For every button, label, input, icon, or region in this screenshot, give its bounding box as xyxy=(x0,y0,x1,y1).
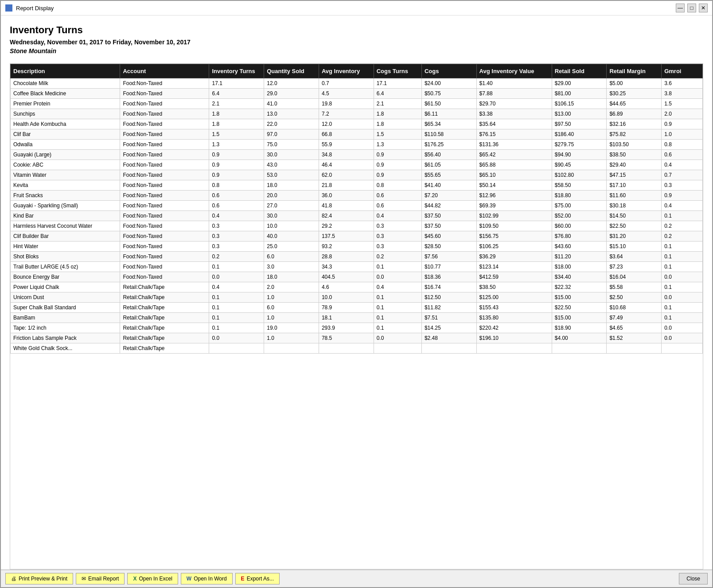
table-cell: 0.9 xyxy=(374,160,421,170)
table-cell: 6.0 xyxy=(264,303,319,313)
inventory-table: Description Account Inventory Turns Quan… xyxy=(10,64,703,354)
table-cell: 27.0 xyxy=(264,201,319,211)
content-area: Inventory Turns Wednesday, November 01, … xyxy=(1,16,712,569)
table-cell: 6.4 xyxy=(209,89,264,99)
word-icon: W xyxy=(187,576,191,582)
table-cell: 0.2 xyxy=(662,231,703,241)
table-cell: $16.04 xyxy=(607,272,662,282)
table-cell: $60.00 xyxy=(552,221,607,231)
table-cell: 1.0 xyxy=(662,129,703,140)
table-cell: $28.50 xyxy=(421,241,476,252)
table-cell: Friction Labs Sample Pack xyxy=(11,333,120,343)
table-cell: $5.58 xyxy=(607,282,662,292)
table-cell: 53.0 xyxy=(264,170,319,180)
table-cell: Fruit Snacks xyxy=(11,191,120,201)
table-cell: $279.75 xyxy=(552,140,607,150)
table-row: Harmless Harvest Coconut WaterFood:Non-T… xyxy=(11,221,703,231)
table-cell: 0.4 xyxy=(374,282,421,292)
table-cell: $10.77 xyxy=(421,262,476,272)
table-cell: Food:Non-Taxed xyxy=(120,99,209,109)
table-cell: 0.2 xyxy=(374,252,421,262)
table-cell: $103.50 xyxy=(607,140,662,150)
table-cell: $34.40 xyxy=(552,272,607,282)
table-cell: $106.25 xyxy=(476,241,552,252)
table-cell: $13.00 xyxy=(552,109,607,119)
open-excel-button[interactable]: X Open In Excel xyxy=(127,573,178,584)
header-inventory-turns: Inventory Turns xyxy=(209,64,264,78)
window-title: Report Display xyxy=(16,5,54,12)
table-cell: 0.9 xyxy=(209,160,264,170)
table-cell: $106.15 xyxy=(552,99,607,109)
table-cell: 78.9 xyxy=(319,303,374,313)
minimize-button[interactable]: — xyxy=(676,4,685,12)
table-cell: $125.00 xyxy=(476,292,552,303)
table-cell: 0.0 xyxy=(662,272,703,282)
table-row: Guayaki (Large)Food:Non-Taxed0.930.034.8… xyxy=(11,150,703,160)
table-cell: 13.0 xyxy=(264,109,319,119)
table-cell: $58.50 xyxy=(552,180,607,191)
table-cell: $109.50 xyxy=(476,221,552,231)
maximize-button[interactable]: □ xyxy=(687,4,696,12)
email-icon: ✉ xyxy=(82,576,86,582)
table-cell: $44.65 xyxy=(607,99,662,109)
table-cell: 82.4 xyxy=(319,211,374,221)
table-cell: $18.90 xyxy=(552,323,607,333)
table-cell: $97.50 xyxy=(552,119,607,129)
close-button[interactable]: Close xyxy=(679,573,708,584)
table-cell: $11.20 xyxy=(552,252,607,262)
table-cell: $176.25 xyxy=(421,140,476,150)
table-cell: $12.96 xyxy=(476,191,552,201)
table-cell: 29.0 xyxy=(264,89,319,99)
table-cell: $50.14 xyxy=(476,180,552,191)
header-retail-margin: Retail Margin xyxy=(607,64,662,78)
export-as-button[interactable]: E Export As... xyxy=(235,573,280,584)
table-cell: 0.0 xyxy=(374,333,421,343)
header-description: Description xyxy=(11,64,120,78)
header-retail-sold: Retail Sold xyxy=(552,64,607,78)
table-cell: $4.65 xyxy=(607,323,662,333)
table-row: Power Liquid ChalkRetail:Chalk/Tape0.42.… xyxy=(11,282,703,292)
table-cell: 0.6 xyxy=(662,150,703,160)
table-cell xyxy=(421,343,476,354)
table-cell: 0.3 xyxy=(209,221,264,231)
table-container[interactable]: Description Account Inventory Turns Quan… xyxy=(10,63,703,569)
table-cell: 1.5 xyxy=(209,129,264,140)
table-cell: $220.42 xyxy=(476,323,552,333)
footer-bar: 🖨 Print Preview & Print ✉ Email Report X… xyxy=(1,569,712,587)
table-cell: $156.75 xyxy=(476,231,552,241)
table-cell: 0.1 xyxy=(374,323,421,333)
table-cell: $11.60 xyxy=(607,191,662,201)
table-cell: $2.50 xyxy=(607,292,662,303)
table-cell: 0.1 xyxy=(374,303,421,313)
table-cell: 0.3 xyxy=(662,180,703,191)
table-row: Clif BarFood:Non-Taxed1.597.066.81.5$110… xyxy=(11,129,703,140)
table-header-row: Description Account Inventory Turns Quan… xyxy=(11,64,703,78)
table-cell: $29.00 xyxy=(552,78,607,89)
table-row: SunchipsFood:Non-Taxed1.813.07.21.8$6.11… xyxy=(11,109,703,119)
table-cell: $94.90 xyxy=(552,150,607,160)
window-close-button[interactable]: ✕ xyxy=(699,4,708,12)
table-cell: 0.8 xyxy=(374,180,421,191)
table-cell xyxy=(662,343,703,354)
table-cell: Food:Non-Taxed xyxy=(120,272,209,282)
table-cell: $47.15 xyxy=(607,170,662,180)
table-cell: 55.9 xyxy=(319,140,374,150)
table-cell: 0.9 xyxy=(662,191,703,201)
table-cell: 41.0 xyxy=(264,99,319,109)
open-word-button[interactable]: W Open In Word xyxy=(181,573,233,584)
table-cell: Kevita xyxy=(11,180,120,191)
table-cell: Bounce Energy Bar xyxy=(11,272,120,282)
table-row: Guayaki - Sparkling (Small)Food:Non-Taxe… xyxy=(11,201,703,211)
table-row: Coffee Black MedicineFood:Non-Taxed6.429… xyxy=(11,89,703,99)
title-bar-controls: — □ ✕ xyxy=(676,4,708,12)
print-preview-button[interactable]: 🖨 Print Preview & Print xyxy=(5,573,73,584)
table-cell: $31.20 xyxy=(607,231,662,241)
table-cell xyxy=(319,343,374,354)
table-cell: 0.9 xyxy=(209,150,264,160)
table-cell: $50.75 xyxy=(421,89,476,99)
table-cell: $5.00 xyxy=(607,78,662,89)
table-cell: $56.40 xyxy=(421,150,476,160)
table-cell: BamBam xyxy=(11,313,120,323)
email-report-button[interactable]: ✉ Email Report xyxy=(76,573,125,584)
table-row: Fruit SnacksFood:Non-Taxed0.620.036.00.6… xyxy=(11,191,703,201)
